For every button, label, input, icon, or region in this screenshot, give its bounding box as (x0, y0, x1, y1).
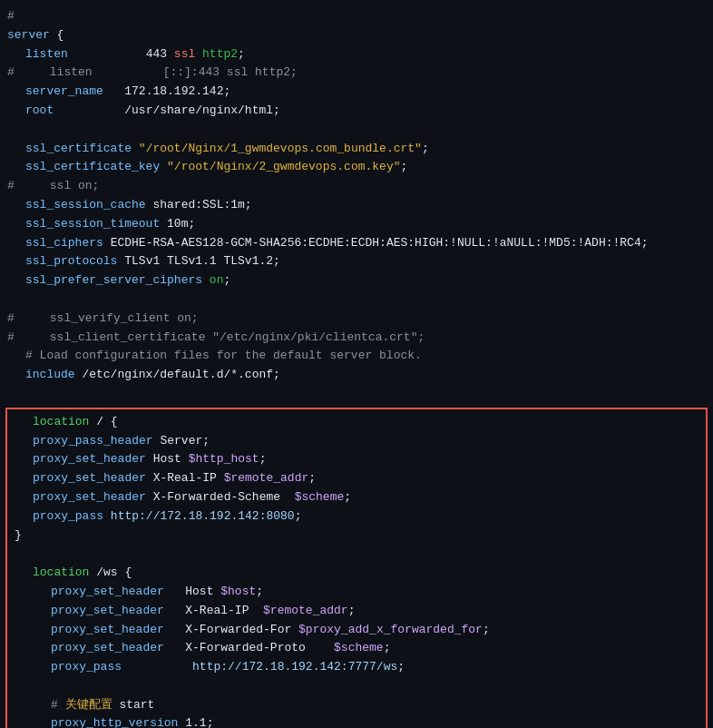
token: ssl_prefer_server_ciphers (25, 271, 202, 290)
token: proxy_pass (51, 658, 122, 677)
token (132, 140, 139, 159)
token: "/root/Nginx/1_gwmdevops.com_bundle.crt" (139, 140, 422, 159)
token: 关键配置 (65, 696, 112, 715)
token (202, 271, 210, 290)
token: 10m; (160, 215, 195, 234)
token: { (50, 26, 64, 45)
token: $proxy_add_x_forwarded_for (298, 621, 483, 640)
token: ; (384, 639, 391, 658)
token: proxy_set_header (33, 488, 146, 507)
token: 172.18.192.142; (103, 83, 230, 102)
token: ; (238, 45, 245, 64)
token (122, 658, 192, 677)
code-line: # listen [::]:443 ssl http2; (0, 64, 713, 83)
token: /etc/nginx/default.d/*.conf; (75, 366, 280, 385)
token: $scheme (334, 639, 384, 658)
token: root (25, 102, 54, 121)
code-line: proxy_set_header X-Real-IP $remote_addr … (7, 602, 706, 621)
code-editor: # server { listen 443 ssl http2 ; # list… (0, 0, 713, 728)
code-line: proxy_pass http://172.18.192.142:7777/ws… (7, 658, 706, 677)
token: proxy_pass_header (33, 432, 153, 451)
code-line: proxy_set_header X-Forwarded-For $proxy_… (7, 621, 706, 640)
code-line: proxy_set_header Host $http_host ; (7, 450, 706, 469)
token: Server; (153, 432, 210, 451)
token: ; (397, 658, 405, 677)
token: # Load configuration files for the defau… (25, 347, 422, 366)
token (195, 45, 202, 64)
code-line: # Load configuration files for the defau… (0, 347, 713, 366)
code-line: include /etc/nginx/default.d/*.conf; (0, 366, 713, 385)
code-line: ssl_session_timeout 10m; (0, 215, 713, 234)
token: ssl_ciphers (25, 234, 103, 253)
code-line: } (7, 526, 706, 546)
token: $http_host (189, 450, 259, 469)
token: listen (25, 45, 68, 64)
token: server_name (25, 83, 103, 102)
token: proxy_set_header (33, 469, 146, 488)
code-line: location /ws { (7, 564, 706, 583)
code-line: ssl_ciphers ECDHE-RSA-AES128-GCM-SHA256:… (0, 234, 713, 253)
token: 1.1; (178, 714, 213, 728)
code-line: root /usr/share/nginx/html; (0, 102, 713, 121)
token: ; (422, 140, 429, 159)
token: proxy_http_version (51, 714, 178, 728)
token: /usr/share/nginx/html; (54, 102, 280, 121)
token: /ws { (89, 564, 132, 583)
code-line: proxy_pass http://172.18.192.142:8080 ; (7, 507, 706, 526)
token: ssl (174, 45, 195, 64)
token: X-Real-IP (146, 469, 224, 488)
code-line: ssl_protocols TLSv1 TLSv1.1 TLSv1.2; (0, 252, 713, 271)
token: $remote_addr (224, 469, 309, 488)
token: # ssl_verify_client on; (7, 310, 199, 329)
token: ECDHE-RSA-AES128-GCM-SHA256:ECDHE:ECDH:A… (103, 234, 649, 253)
token: include (25, 366, 75, 385)
token: TLSv1 TLSv1.1 TLSv1.2; (117, 252, 279, 271)
token: ssl_session_cache (25, 196, 146, 215)
token: ; (348, 602, 356, 621)
token: # ssl on; (7, 177, 99, 196)
code-line: ssl_certificate_key "/root/Nginx/2_gwmde… (0, 158, 713, 177)
comment: # (7, 7, 15, 26)
token: http2 (202, 45, 238, 64)
token: ; (344, 488, 351, 507)
code-line: # ssl_verify_client on; (0, 310, 713, 329)
token: / { (89, 413, 117, 432)
code-line: proxy_set_header Host $host ; (7, 583, 706, 602)
token: $host (220, 583, 256, 602)
token: ; (259, 450, 267, 469)
token: $scheme (295, 488, 345, 507)
token: start (112, 696, 155, 715)
token: proxy_set_header (51, 602, 164, 621)
code-line: server_name 172.18.192.142; (0, 83, 713, 102)
token: http://172.18.192.142:7777/ws (192, 658, 397, 677)
token: ; (223, 271, 230, 290)
code-line: proxy_set_header X-Real-IP $remote_addr … (7, 469, 706, 488)
token (103, 507, 111, 526)
token: X-Forwarded-For (164, 621, 298, 640)
token: ; (256, 583, 263, 602)
token: ; (295, 507, 302, 526)
token (160, 158, 167, 177)
token: ssl_certificate_key (25, 158, 160, 177)
token: X-Forwarded-Scheme (146, 488, 295, 507)
token: proxy_set_header (33, 450, 146, 469)
token: ssl_protocols (25, 252, 117, 271)
token: server (7, 26, 50, 45)
token: Host (164, 583, 220, 602)
highlighted-section: location / { proxy_pass_header Server; p… (5, 408, 708, 728)
code-line: # (0, 7, 713, 26)
code-line: proxy_set_header X-Forwarded-Proto $sche… (7, 639, 706, 658)
token: "/root/Nginx/2_gwmdevops.com.key" (167, 158, 400, 177)
code-line: ssl_prefer_server_ciphers on ; (0, 271, 713, 290)
token: # (51, 696, 65, 715)
code-line: ssl_certificate "/root/Nginx/1_gwmdevops… (0, 140, 713, 159)
token: ssl http2; (227, 64, 298, 83)
token: # ssl_client_certificate "/etc/nginx/pki… (7, 329, 425, 348)
token: 443 (68, 45, 174, 64)
code-line: ssl_session_cache shared:SSL:1m; (0, 196, 713, 215)
token: ; (401, 158, 408, 177)
code-line: # ssl on; (0, 177, 713, 196)
token: } (15, 526, 22, 546)
token: location (33, 564, 89, 583)
code-line (0, 385, 713, 404)
